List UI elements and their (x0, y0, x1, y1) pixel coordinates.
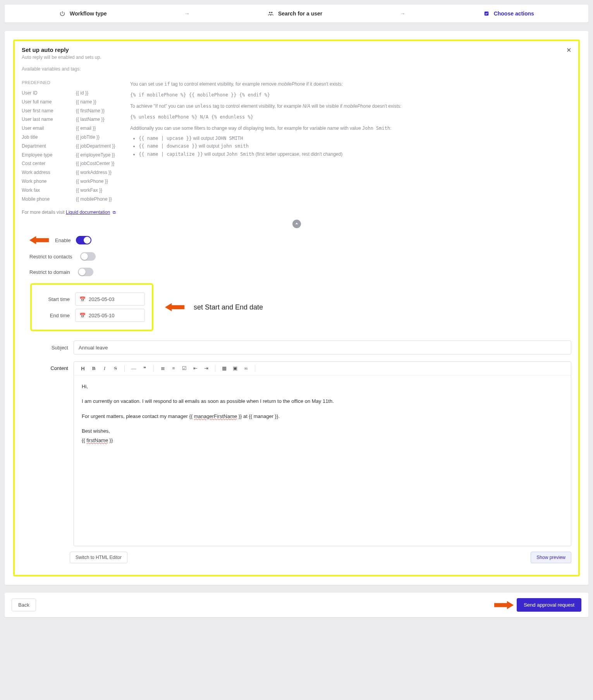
main-panel: Set up auto reply Auto reply will be ena… (5, 31, 588, 585)
close-icon[interactable]: ✕ (566, 46, 571, 54)
variable-token: {{ name }} (76, 98, 96, 107)
variable-label: User full name (22, 98, 60, 107)
variable-label: User email (22, 124, 60, 133)
italic-icon[interactable]: I (100, 365, 109, 371)
end-time-value: 2025-05-10 (89, 313, 115, 318)
variable-label: Work fax (22, 186, 60, 195)
subject-input[interactable] (74, 341, 571, 354)
start-time-value: 2025-05-03 (89, 296, 115, 302)
end-time-input[interactable]: 📅 2025-05-10 (75, 309, 145, 322)
variable-token: {{ mobilePhone }} (76, 195, 112, 204)
enable-label: Enable (55, 237, 70, 243)
end-time-label: End time (39, 313, 70, 318)
variable-label: Department (22, 142, 60, 151)
footer-bar: Back Send approval request (5, 593, 588, 617)
chevron-right-icon: → (184, 10, 190, 17)
restrict-contacts-label: Restrict to contacts (29, 254, 72, 260)
help-text: You can set use if tag to control elemen… (130, 80, 571, 215)
svg-point-1 (271, 12, 273, 13)
variable-label: Employee type (22, 151, 60, 160)
variable-label: Mobile phone (22, 195, 60, 204)
chevron-right-icon: → (400, 10, 405, 17)
calendar-icon: 📅 (79, 296, 86, 302)
variable-token: {{ email }} (76, 124, 96, 133)
variable-row: Work fax{{ workFax }} (22, 186, 119, 195)
variable-label: Work phone (22, 177, 60, 186)
variables-table: User ID{{ id }}User full name{{ name }}U… (22, 89, 119, 203)
variable-token: {{ jobTitle }} (76, 133, 100, 142)
step-search-user[interactable]: Search for a user (267, 10, 322, 17)
variable-label: Cost center (22, 159, 60, 168)
predefined-heading: PREDEFINED (22, 80, 119, 85)
table-icon[interactable]: ▦ (220, 365, 229, 371)
external-link-icon: ⧉ (113, 210, 116, 215)
strike-icon[interactable]: S (111, 365, 120, 371)
workflow-stepper: Workflow type → Search for a user → Choo… (5, 5, 588, 22)
variable-row: Employee type{{ employeeType }} (22, 151, 119, 160)
variable-token: {{ id }} (76, 89, 88, 98)
step-workflow-type[interactable]: Workflow type (59, 10, 107, 17)
variable-token: {{ lastName }} (76, 115, 104, 124)
callout-arrow-icon (165, 302, 185, 312)
variable-row: User ID{{ id }} (22, 89, 119, 98)
back-button[interactable]: Back (12, 599, 36, 611)
show-preview-button[interactable]: Show preview (531, 552, 571, 563)
variable-token: {{ workAddress }} (76, 168, 112, 177)
rich-text-editor: H B I S ― ❝ ≣ ≡ ☑ ⇤ ⇥ ▦ (74, 361, 571, 546)
variable-row: Cost center{{ jobCostCenter }} (22, 159, 119, 168)
variable-token: {{ employeeType }} (76, 151, 115, 160)
variable-label: User first name (22, 107, 60, 115)
bold-icon[interactable]: B (89, 365, 98, 371)
link-icon[interactable]: ∞ (242, 365, 250, 371)
power-icon (59, 10, 66, 17)
switch-html-button[interactable]: Switch to HTML Editor (70, 552, 127, 563)
enable-toggle[interactable] (76, 236, 91, 244)
dates-highlight: Start time 📅 2025-05-03 End time 📅 2025-… (30, 283, 153, 331)
actions-icon (483, 10, 490, 17)
step-label: Choose actions (494, 10, 534, 17)
content-label: Content (26, 361, 68, 371)
variable-row: Work phone{{ workPhone }} (22, 177, 119, 186)
checklist-icon[interactable]: ☑ (180, 365, 189, 371)
scroll-up-icon[interactable] (292, 220, 301, 228)
liquid-docs-link[interactable]: Liquid documentation (66, 210, 110, 215)
variable-token: {{ workPhone }} (76, 177, 108, 186)
hr-icon[interactable]: ― (129, 365, 138, 371)
variable-label: Work address (22, 168, 60, 177)
variable-row: Job title{{ jobTitle }} (22, 133, 119, 142)
panel-title: Set up auto reply (22, 46, 101, 53)
callout-arrow-icon (494, 600, 514, 610)
step-choose-actions[interactable]: Choose actions (483, 10, 534, 17)
variable-token: {{ workFax }} (76, 186, 102, 195)
start-time-input[interactable]: 📅 2025-05-03 (75, 292, 145, 306)
image-icon[interactable]: ▣ (231, 365, 239, 371)
step-label: Workflow type (70, 10, 107, 17)
variable-row: User last name{{ lastName }} (22, 115, 119, 124)
available-vars-label: Available variables and tags: (22, 66, 571, 72)
editor-toolbar: H B I S ― ❝ ≣ ≡ ☑ ⇤ ⇥ ▦ (74, 362, 571, 375)
svg-point-0 (269, 12, 270, 13)
ol-icon[interactable]: ≡ (169, 365, 178, 371)
indent-icon[interactable]: ⇥ (202, 365, 210, 371)
variable-row: User first name{{ firstName }} (22, 107, 119, 115)
restrict-domain-toggle[interactable] (78, 268, 93, 276)
restrict-contacts-toggle[interactable] (80, 252, 96, 261)
step-label: Search for a user (278, 10, 322, 17)
variable-row: User full name{{ name }} (22, 98, 119, 107)
variable-label: User ID (22, 89, 60, 98)
ul-icon[interactable]: ≣ (158, 365, 167, 371)
variable-row: Department{{ jobDepartment }} (22, 142, 119, 151)
svg-marker-5 (494, 601, 514, 609)
liquid-prefix: For more details visit (22, 210, 66, 215)
heading-icon[interactable]: H (79, 366, 87, 371)
svg-marker-3 (29, 236, 49, 244)
outdent-icon[interactable]: ⇤ (191, 365, 199, 371)
editor-body[interactable]: Hi, I am currently on vacation. I will r… (74, 375, 571, 546)
variable-row: Mobile phone{{ mobilePhone }} (22, 195, 119, 204)
quote-icon[interactable]: ❝ (140, 365, 149, 371)
variable-token: {{ jobDepartment }} (76, 142, 115, 151)
highlight-frame: Set up auto reply Auto reply will be ena… (13, 40, 580, 576)
panel-subtitle: Auto reply will be enabled and sets up. (22, 55, 101, 60)
users-icon (267, 10, 274, 17)
send-approval-button[interactable]: Send approval request (517, 598, 581, 612)
